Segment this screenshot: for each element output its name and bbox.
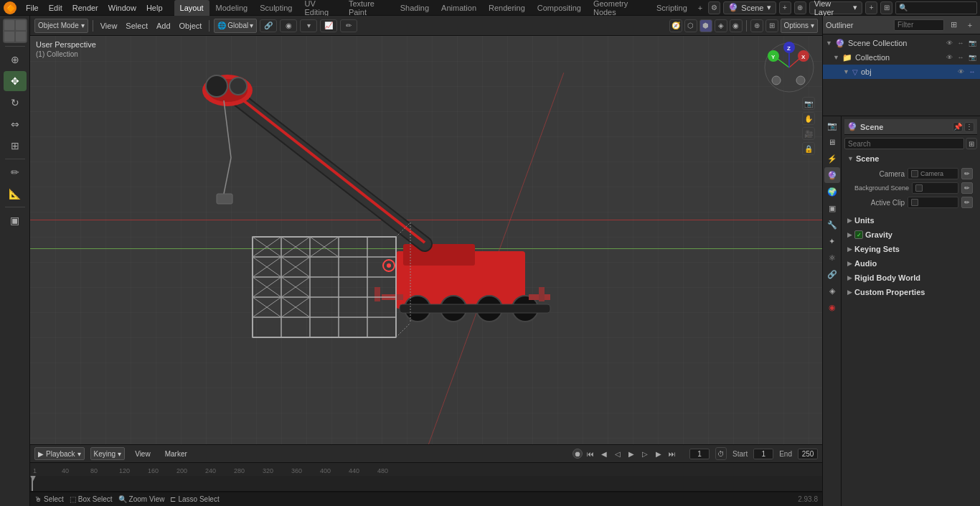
box-select-shortcut[interactable]: ⬚ Box Select bbox=[70, 495, 113, 503]
keying-dropdown[interactable]: Keying ▾ bbox=[90, 447, 126, 460]
workspace-tab-modeling[interactable]: Modeling bbox=[210, 0, 254, 16]
props-tab-data[interactable]: ◈ bbox=[824, 283, 840, 299]
viewport-select-menu[interactable]: Select bbox=[123, 20, 151, 32]
rigid-body-header[interactable]: ▶ Rigid Body World bbox=[844, 271, 977, 284]
keying-sets-header[interactable]: ▶ Keying Sets bbox=[844, 243, 977, 256]
move-tool[interactable]: ✥ bbox=[4, 71, 27, 91]
skip-to-start-btn[interactable]: ⏮ bbox=[585, 448, 596, 459]
frame-end-input[interactable]: 250 bbox=[798, 449, 818, 459]
camera-edit-btn[interactable]: ✏ bbox=[961, 168, 973, 179]
snap-toggle[interactable]: 🔗 bbox=[260, 19, 277, 32]
viewport-shading-material[interactable]: ◈ bbox=[715, 19, 727, 32]
view-layer-selector[interactable]: View Layer ▾ bbox=[809, 1, 863, 14]
menu-help[interactable]: Help bbox=[142, 2, 167, 14]
props-options-icon[interactable]: ⋮ bbox=[964, 122, 974, 132]
viewport-shading-wire[interactable]: ⬡ bbox=[684, 19, 697, 32]
obj-visibility-icon[interactable]: 👁 bbox=[956, 67, 966, 77]
workspace-tab-shading[interactable]: Shading bbox=[395, 0, 435, 16]
render-restrict-icon[interactable]: 📷 bbox=[967, 38, 977, 48]
outliner-item-obj[interactable]: ▼ ▽ obj 👁 ↔ bbox=[823, 65, 980, 79]
visibility-icon[interactable]: 👁 bbox=[944, 38, 954, 48]
viewport-shading-solid[interactable]: ⬢ bbox=[699, 19, 712, 32]
active-clip-edit-btn[interactable]: ✏ bbox=[961, 197, 973, 208]
outliner-item-scene-collection[interactable]: ▼ 🔮 Scene Collection 👁 ↔ 📷 bbox=[823, 36, 980, 50]
viewport-gizmos[interactable]: ⊞ bbox=[765, 19, 778, 32]
viewport-view-menu[interactable]: View bbox=[98, 20, 121, 32]
workspace-tab-sculpting[interactable]: Sculpting bbox=[254, 0, 298, 16]
select-restrict-icon[interactable]: ↔ bbox=[956, 38, 966, 48]
timeline-mode-dropdown[interactable]: ▶ Playback ▾ bbox=[34, 447, 85, 460]
menu-edit[interactable]: Edit bbox=[44, 2, 67, 14]
gravity-section-header[interactable]: ▶ ✓ Gravity bbox=[844, 228, 977, 241]
next-keyframe-btn[interactable]: ▶ bbox=[653, 448, 664, 459]
props-tab-render[interactable]: 📷 bbox=[824, 118, 840, 133]
view-layer-new-icon[interactable]: + bbox=[865, 1, 877, 14]
scene-options-icon[interactable]: ⚙ bbox=[708, 1, 720, 14]
filter-icon[interactable]: ⊞ bbox=[880, 1, 892, 14]
camera-view-btn[interactable]: 📷 bbox=[802, 97, 815, 110]
viewport-object-menu[interactable]: Object bbox=[176, 20, 205, 32]
add-cube-tool[interactable]: ▣ bbox=[4, 210, 27, 230]
measure-tool[interactable]: 📐 bbox=[4, 184, 27, 204]
outliner-search[interactable] bbox=[894, 19, 944, 31]
obj-select-icon[interactable]: ↔ bbox=[967, 67, 977, 77]
outliner-new-icon[interactable]: + bbox=[963, 18, 977, 32]
rotate-tool[interactable]: ↻ bbox=[4, 93, 27, 113]
background-scene-value[interactable] bbox=[912, 182, 958, 194]
workspace-tab-layout[interactable]: Layout bbox=[174, 0, 209, 16]
props-tab-material[interactable]: ◉ bbox=[824, 299, 840, 315]
collection-select-icon[interactable]: ↔ bbox=[956, 52, 966, 62]
outliner-filter-icon[interactable]: ⊞ bbox=[946, 18, 961, 32]
outliner-item-collection[interactable]: ▼ 📁 Collection 👁 ↔ 📷 bbox=[823, 50, 980, 65]
cursor-tool[interactable]: ⊕ bbox=[4, 50, 27, 70]
menu-window[interactable]: Window bbox=[104, 2, 141, 14]
graph-icon[interactable]: 📈 bbox=[320, 19, 337, 32]
properties-search-input[interactable] bbox=[844, 138, 964, 149]
props-tab-physics[interactable]: ⚛ bbox=[824, 250, 840, 266]
audio-section-header[interactable]: ▶ Audio bbox=[844, 257, 977, 270]
workspace-tab-scripting[interactable]: Scripting bbox=[651, 0, 693, 16]
units-section-header[interactable]: ▶ Units bbox=[844, 214, 977, 227]
camera-track-btn[interactable]: 🎥 bbox=[802, 127, 815, 140]
transform-tool[interactable]: ⊞ bbox=[4, 136, 27, 156]
props-tab-scene[interactable]: 🔮 bbox=[824, 167, 840, 183]
pan-tool-btn[interactable]: ✋ bbox=[802, 112, 815, 125]
timeline-marker-menu[interactable]: Marker bbox=[161, 449, 192, 459]
viewport-overlays[interactable]: ⊕ bbox=[750, 19, 763, 32]
prev-keyframe-btn[interactable]: ◀ bbox=[598, 448, 610, 459]
active-clip-value[interactable] bbox=[908, 197, 958, 208]
custom-props-header[interactable]: ▶ Custom Properties bbox=[844, 286, 977, 299]
workspace-tab-uv-editing[interactable]: UV Editing bbox=[298, 0, 341, 16]
timeline-track[interactable] bbox=[30, 476, 822, 491]
prev-frame-btn[interactable]: ◁ bbox=[612, 448, 623, 459]
workspace-tab-texture-paint[interactable]: Texture Paint bbox=[343, 0, 394, 16]
proportional-edit[interactable]: ◉ bbox=[280, 19, 297, 32]
props-pin-icon[interactable]: 📌 bbox=[953, 122, 963, 132]
scale-tool[interactable]: ⇔ bbox=[4, 114, 27, 134]
lasso-select-shortcut[interactable]: ⊏ Lasso Select bbox=[170, 495, 219, 503]
select-shortcut[interactable]: 🖱 Select bbox=[34, 495, 64, 503]
navigation-gizmo[interactable]: X Y Z bbox=[763, 42, 815, 93]
workspace-tab-animation[interactable]: Animation bbox=[435, 0, 482, 16]
menu-file[interactable]: File bbox=[22, 2, 43, 14]
zoom-view-shortcut[interactable]: 🔍 Zoom View bbox=[118, 495, 165, 503]
timeline-view-menu[interactable]: View bbox=[131, 449, 155, 459]
proportional-type[interactable]: ▾ bbox=[300, 19, 317, 32]
props-tab-particles[interactable]: ✦ bbox=[824, 233, 840, 249]
props-tab-viewlayer[interactable]: ⚡ bbox=[824, 151, 840, 167]
props-filter-icon[interactable]: ⊞ bbox=[966, 138, 977, 149]
frame-time-toggle[interactable]: ⏱ bbox=[715, 447, 727, 460]
transform-dropdown[interactable]: 🌐 Global ▾ bbox=[214, 19, 257, 33]
add-workspace-button[interactable]: + bbox=[694, 2, 707, 14]
bg-scene-edit-btn[interactable]: ✏ bbox=[961, 182, 973, 194]
viewport-nav-icon[interactable]: 🧭 bbox=[669, 19, 682, 32]
props-tab-object[interactable]: ▣ bbox=[824, 200, 840, 216]
gravity-checkbox[interactable]: ✓ bbox=[854, 230, 863, 239]
lock-view-btn[interactable]: 🔒 bbox=[802, 142, 815, 155]
scene-dup-icon[interactable]: ⊕ bbox=[794, 1, 806, 14]
scene-new-icon[interactable]: + bbox=[779, 1, 791, 14]
props-tab-constraints[interactable]: 🔗 bbox=[824, 266, 840, 282]
props-tab-output[interactable]: 🖥 bbox=[824, 134, 840, 150]
skip-to-end-btn[interactable]: ⏭ bbox=[666, 448, 678, 459]
current-frame-display[interactable]: 1 bbox=[689, 449, 710, 459]
